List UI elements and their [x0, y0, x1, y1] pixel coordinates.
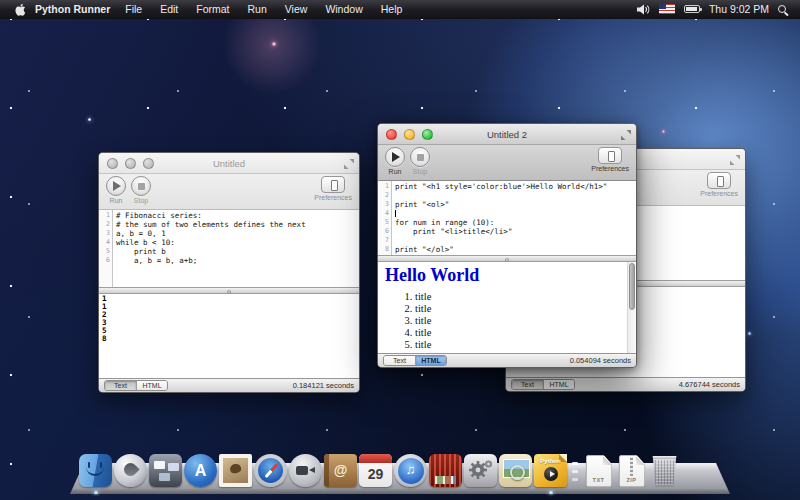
line-number: 2	[99, 220, 112, 229]
txt-file-icon: TXT	[586, 455, 612, 487]
menubar-menu[interactable]: View	[276, 3, 317, 15]
system-preferences-icon	[464, 454, 497, 487]
calendar-day: 29	[359, 464, 392, 484]
line-number: 3	[378, 200, 391, 209]
output-line: 1	[102, 295, 359, 303]
apple-menu-icon[interactable]	[13, 2, 26, 17]
stop-button[interactable]: Stop	[131, 176, 151, 204]
titlebar[interactable]: Untitled	[99, 153, 359, 174]
spotlight-icon[interactable]	[778, 5, 786, 13]
tab-html[interactable]: HTML	[415, 356, 446, 365]
line-number: 5	[378, 218, 391, 227]
preferences-button[interactable]: Preferences	[700, 172, 738, 197]
run-button[interactable]: Run	[385, 147, 405, 175]
code-text	[391, 191, 395, 200]
code-line: 1 # Fibonacci series:	[99, 211, 359, 220]
window-untitled-2[interactable]: Untitled 2 Run Stop Preferences 1 print …	[377, 123, 637, 368]
dock-item-photo-booth[interactable]	[428, 454, 463, 487]
dock-item-address-book[interactable]: @	[323, 454, 358, 487]
code-text: print "<h1 style='color:blue'>Hello Worl…	[391, 182, 607, 191]
play-icon	[550, 471, 555, 477]
dock-item-system-preferences[interactable]	[463, 454, 498, 487]
menubar-menu[interactable]: Format	[187, 3, 238, 15]
output-line: 2	[102, 311, 359, 319]
code-line: 3 a, b = 0, 1	[99, 229, 359, 238]
dock-item-finder[interactable]	[78, 454, 113, 487]
menubar-menu[interactable]: Edit	[151, 3, 187, 15]
dock-item-preview[interactable]	[498, 454, 533, 487]
code-editor[interactable]: 1 # Fibonacci series: 2 # the sum of two…	[99, 210, 359, 287]
stop-button[interactable]: Stop	[410, 147, 430, 175]
line-number: 5	[99, 247, 112, 256]
scrollbar-thumb[interactable]	[629, 263, 635, 310]
tab-html[interactable]: HTML	[543, 380, 574, 389]
menubar-menu[interactable]: Run	[239, 3, 276, 15]
input-source-flag-icon[interactable]	[659, 4, 675, 14]
dock-item-launchpad[interactable]	[113, 454, 148, 487]
code-text: print "<ol>"	[391, 200, 449, 209]
volume-icon[interactable]	[637, 4, 650, 15]
tab-html[interactable]: HTML	[136, 381, 167, 390]
dock-item-mission-control[interactable]	[148, 454, 183, 487]
menubar-menu[interactable]: Help	[372, 3, 412, 15]
code-line: 6 print "<li>title</li>"	[378, 227, 636, 236]
splitter-dimple	[227, 290, 231, 294]
preferences-button[interactable]: Preferences	[591, 147, 629, 172]
dock-item-mail[interactable]	[218, 454, 253, 487]
code-line: 3 print "<ol>"	[378, 200, 636, 209]
output-scrollbar[interactable]	[627, 262, 636, 353]
calendar-icon: 29	[359, 454, 392, 487]
dock-item-facetime[interactable]	[288, 454, 323, 487]
rendered-html-list: titletitletitletitletitletitle	[378, 291, 636, 353]
preferences-button[interactable]: Preferences	[314, 176, 352, 201]
splitter[interactable]	[99, 287, 359, 294]
preview-icon	[499, 454, 532, 487]
status-bar: Text HTML 0.184121 seconds	[99, 378, 359, 392]
dock-item-ical[interactable]: 29	[358, 454, 393, 487]
dock-item-zip-file[interactable]: ZIP	[615, 454, 648, 487]
dock-item-python-runner[interactable]: Python	[533, 454, 568, 487]
code-text: for num in range (10):	[391, 218, 494, 227]
tab-text[interactable]: Text	[384, 356, 415, 365]
finder-icon	[79, 454, 112, 487]
battery-icon[interactable]	[684, 5, 700, 13]
output-pane[interactable]: Hello World titletitletitletitletitletit…	[378, 262, 636, 353]
menubar-menu[interactable]: File	[116, 3, 151, 15]
window-title: Untitled 2	[378, 124, 636, 145]
photo-booth-icon	[429, 454, 462, 487]
code-text: a, b = 0, 1	[112, 229, 166, 238]
menu-bar: Python Runner FileEditFormatRunViewWindo…	[0, 0, 800, 19]
dock-item-safari[interactable]	[253, 454, 288, 487]
dock-item-txt-file[interactable]: TXT	[582, 454, 615, 487]
code-editor[interactable]: 1 print "<h1 style='color:blue'>Hello Wo…	[378, 181, 636, 255]
output-mode-tabs: Text HTML	[511, 379, 575, 390]
active-app-name[interactable]: Python Runner	[35, 3, 110, 15]
menubar-clock[interactable]: Thu 9:02 PM	[709, 3, 769, 15]
star	[272, 42, 276, 46]
window-untitled[interactable]: Untitled Run Stop Preferences 1 # Fibona…	[98, 152, 360, 393]
status-bar: Text HTML 0.054094 seconds	[378, 353, 636, 367]
code-line: 4 while b < 10:	[99, 238, 359, 247]
splitter[interactable]	[378, 255, 636, 262]
menubar-menu[interactable]: Window	[316, 3, 371, 15]
code-text: print b	[112, 247, 166, 256]
trash-icon	[651, 456, 679, 487]
dock-item-trash[interactable]	[648, 454, 681, 487]
dock-separator-icon	[569, 454, 581, 487]
fullscreen-icon[interactable]	[344, 159, 354, 169]
splitter-dimple	[505, 258, 509, 262]
fullscreen-icon[interactable]	[621, 130, 631, 140]
titlebar[interactable]: Untitled 2	[378, 124, 636, 145]
fullscreen-icon[interactable]	[730, 155, 740, 165]
dock-item-app-store[interactable]: A	[183, 454, 218, 487]
address-book-icon: @	[324, 454, 357, 487]
run-button[interactable]: Run	[106, 176, 126, 204]
rendered-list-item: title	[415, 315, 636, 327]
rendered-list-item: title	[415, 291, 636, 303]
tab-text[interactable]: Text	[512, 380, 543, 389]
code-text: while b < 10:	[112, 238, 175, 247]
output-pane[interactable]: 112358	[99, 294, 359, 378]
dock-item-itunes[interactable]: ♫	[393, 454, 428, 487]
line-number: 6	[99, 256, 112, 265]
tab-text[interactable]: Text	[105, 381, 136, 390]
